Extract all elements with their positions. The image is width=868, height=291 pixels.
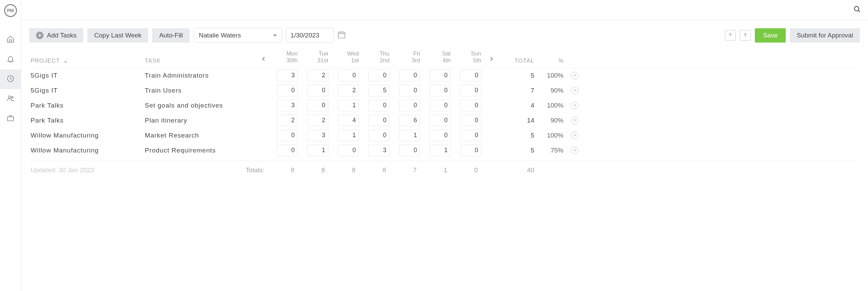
hour-input[interactable]	[338, 85, 359, 96]
header-project[interactable]: PROJECT	[29, 58, 145, 64]
date-input[interactable]	[286, 28, 334, 43]
plus-circle-icon: +	[36, 32, 44, 39]
cell-total: 7	[498, 87, 539, 94]
table-row: Park TalksPlan itinerary1490%✕	[29, 113, 860, 128]
hour-input[interactable]	[368, 145, 389, 156]
hour-input[interactable]	[277, 130, 298, 141]
delete-row-button[interactable]: ✕	[571, 147, 578, 154]
sidebar: PM	[0, 0, 21, 291]
hour-input[interactable]	[277, 70, 298, 81]
cell-project: Willow Manufacturing	[29, 132, 145, 139]
delete-row-button[interactable]: ✕	[571, 87, 578, 94]
cell-task: Plan itinerary	[145, 117, 257, 124]
prev-week-button[interactable]	[257, 54, 271, 64]
cell-task: Product Requirements	[145, 147, 257, 154]
copy-last-week-button[interactable]: Copy Last Week	[87, 28, 148, 43]
chevron-down-icon	[273, 34, 277, 37]
cell-project: Park Talks	[29, 117, 145, 124]
hour-input[interactable]	[460, 145, 481, 156]
save-button[interactable]: Save	[755, 28, 786, 43]
upload-icon	[742, 32, 748, 39]
hour-input[interactable]	[277, 85, 298, 96]
svg-rect-3	[7, 117, 14, 121]
delete-row-button[interactable]: ✕	[571, 102, 578, 109]
hour-input[interactable]	[338, 70, 359, 81]
submit-button[interactable]: Submit for Approval	[790, 28, 860, 43]
hour-input[interactable]	[338, 100, 359, 111]
nav-people[interactable]	[0, 89, 21, 109]
hour-input[interactable]	[277, 100, 298, 111]
hour-input[interactable]	[399, 70, 420, 81]
hour-input[interactable]	[460, 70, 481, 81]
cell-project: 5Gigs IT	[29, 72, 145, 79]
hour-input[interactable]	[307, 70, 328, 81]
hour-input[interactable]	[460, 130, 481, 141]
hour-input[interactable]	[460, 115, 481, 126]
import-button[interactable]	[725, 30, 736, 41]
hour-input[interactable]	[307, 130, 328, 141]
add-tasks-button[interactable]: + Add Tasks	[29, 28, 83, 43]
next-week-button[interactable]	[485, 54, 498, 64]
auto-fill-button[interactable]: Auto-Fill	[152, 28, 190, 43]
nav-portfolio[interactable]	[0, 109, 21, 129]
hour-input[interactable]	[338, 130, 359, 141]
hour-input[interactable]	[368, 115, 389, 126]
hour-input[interactable]	[277, 115, 298, 126]
hour-input[interactable]	[368, 70, 389, 81]
hour-input[interactable]	[368, 85, 389, 96]
svg-point-1	[8, 96, 11, 98]
hour-input[interactable]	[430, 100, 451, 111]
delete-row-button[interactable]: ✕	[571, 72, 578, 79]
calendar-icon[interactable]	[337, 30, 346, 41]
hour-input[interactable]	[368, 100, 389, 111]
export-button[interactable]	[740, 30, 751, 41]
svg-rect-5	[338, 32, 345, 38]
cell-percent: 90%	[539, 117, 566, 124]
delete-row-button[interactable]: ✕	[571, 117, 578, 124]
totals-day-3: 8	[362, 166, 393, 174]
user-select[interactable]: Natalie Waters	[194, 28, 282, 43]
hour-input[interactable]	[399, 100, 420, 111]
hour-input[interactable]	[430, 70, 451, 81]
sidebar-nav	[0, 30, 21, 129]
hour-input[interactable]	[307, 115, 328, 126]
hour-input[interactable]	[277, 145, 298, 156]
hour-input[interactable]	[338, 145, 359, 156]
download-icon	[727, 32, 733, 39]
hour-input[interactable]	[368, 130, 389, 141]
cell-total: 4	[498, 102, 539, 109]
hour-input[interactable]	[338, 115, 359, 126]
hour-input[interactable]	[307, 100, 328, 111]
delete-row-button[interactable]: ✕	[571, 132, 578, 139]
nav-alerts[interactable]	[0, 50, 21, 69]
cell-task: Train Users	[145, 87, 257, 94]
totals-day-1: 8	[301, 166, 332, 174]
header-total: TOTAL	[498, 58, 539, 64]
hour-input[interactable]	[399, 145, 420, 156]
header-task[interactable]: TASK	[145, 58, 257, 64]
hour-input[interactable]	[399, 85, 420, 96]
hour-input[interactable]	[307, 145, 328, 156]
hour-input[interactable]	[399, 130, 420, 141]
table-row: Willow ManufacturingProduct Requirements…	[29, 143, 860, 158]
totals-day-4: 7	[393, 166, 423, 174]
hour-input[interactable]	[460, 100, 481, 111]
search-icon[interactable]	[853, 5, 861, 15]
hour-input[interactable]	[430, 130, 451, 141]
cell-task: Set goals and objectives	[145, 102, 257, 109]
cell-task: Market Research	[145, 132, 257, 139]
table-row: Willow ManufacturingMarket Research5100%…	[29, 128, 860, 143]
hour-input[interactable]	[399, 115, 420, 126]
briefcase-icon	[6, 114, 15, 124]
nav-home[interactable]	[0, 30, 21, 50]
hour-input[interactable]	[430, 115, 451, 126]
user-select-value: Natalie Waters	[199, 32, 241, 39]
sort-asc-icon	[64, 60, 67, 63]
hour-input[interactable]	[430, 145, 451, 156]
chevron-right-icon	[488, 54, 494, 64]
nav-time[interactable]	[0, 69, 21, 89]
hour-input[interactable]	[307, 85, 328, 96]
hour-input[interactable]	[430, 85, 451, 96]
header-day-5: Sat4th	[423, 50, 454, 64]
hour-input[interactable]	[460, 85, 481, 96]
